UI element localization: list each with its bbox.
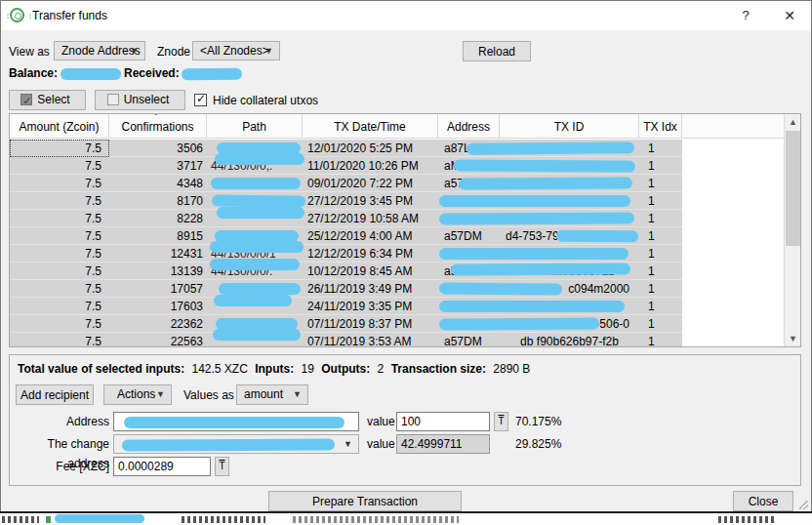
clipped-icon-mark [46,516,51,523]
close-button[interactable]: Close [733,491,793,511]
table-row[interactable]: 7.5 17057 26/11/2019 3:49 PM c094m2000 1 [10,280,682,298]
view-as-label: View as [9,42,50,61]
chevron-down-icon: ▼ [156,385,165,404]
znode-label: Znode [157,42,190,61]
change-percent: 29.825% [515,437,561,451]
checked-box-icon [20,94,32,105]
table-row[interactable]: 7.5 8170 27/12/2019 3:45 PM 1 [10,192,682,210]
redaction-scribble [214,295,292,306]
value-label: value [367,434,395,454]
col-date[interactable]: TX Date/Time [303,114,438,139]
redaction-scribble [451,262,630,275]
select-all-button[interactable]: Select All [9,90,86,110]
chevron-down-icon: ▼ [293,385,302,404]
scroll-down-icon[interactable]: ▼ [785,331,801,346]
table-body: 7.5 3506 12/01/2020 5:25 PM a87L 1 7.5 3… [10,140,785,347]
col-path[interactable]: Path [207,114,303,139]
fee-total-button[interactable]: T [215,457,229,476]
prepare-transaction-button[interactable]: Prepare Transaction [268,491,462,511]
redaction-scribble [213,329,301,341]
table-row[interactable]: 7.5 8915 25/12/2019 4:00 AM a57DM d4-753… [10,227,682,245]
redaction-scribble [467,141,634,155]
table-row[interactable]: 7.5 4348 09/01/2020 7:22 PM a57 1 [10,175,682,192]
redaction-scribble [439,283,562,296]
actions-menu-button[interactable]: Actions ▼ [103,384,172,405]
window-title: Transfer funds [32,9,107,22]
redaction-scribble [212,194,305,207]
table-row[interactable]: 7.5 17603 24/11/2019 3:35 PM 1 [10,298,682,315]
redaction-scribble [124,417,345,428]
redaction-scribble [454,159,635,172]
hide-collateral-label: Hide collateral utxos [213,91,318,110]
inputs-label: Inputs: [255,362,294,376]
redaction-scribble [215,153,304,165]
redaction-scribble [439,212,634,224]
znode-select[interactable]: <All Znodes> ▼ [192,41,280,61]
redaction-scribble [182,68,242,81]
change-address-select[interactable]: ▼ [113,434,359,454]
values-as-select[interactable]: amount ▼ [236,384,308,405]
close-window-button[interactable]: ✕ [775,5,804,26]
col-txid[interactable]: TX ID [500,114,639,139]
redaction-scribble [210,241,304,253]
change-value-input: 42.4999711 [396,434,490,454]
add-recipient-button[interactable]: Add recipient [16,384,94,405]
clipped-text-mark [2,516,39,523]
scrollbar-thumb[interactable] [786,131,800,246]
resize-grip[interactable] [798,500,808,509]
values-as-label: Values as [183,385,234,405]
help-button[interactable]: ? [731,5,760,26]
total-label: Total value of selected inputs: [18,362,184,376]
redaction-scribble [211,178,301,189]
reload-button[interactable]: Reload [463,41,531,61]
col-address[interactable]: Address [438,114,500,139]
table-row[interactable]: 7.5 12431 44/130/0/0/1 12/12/2019 6:34 P… [10,245,682,262]
redaction-scribble [61,68,121,80]
table-row[interactable]: 7.5 22362 07/11/2019 8:37 PM 741-506-0 1 [10,315,682,333]
unselect-all-button[interactable]: Unselect All [95,90,185,110]
table-row[interactable]: 7.5 13139 44/130/0/0/. 10/12/2019 8:45 A… [10,262,682,280]
recipient-value-input[interactable]: 100 [396,412,490,431]
value-label: value [367,412,395,431]
redaction-scribble [459,177,632,189]
use-total-button[interactable]: T [494,412,508,431]
table-row[interactable]: 7.5 8228 27/12/2019 10:58 AM 1 [10,210,682,227]
redaction-scribble [439,248,629,260]
col-amount[interactable]: Amount (Zcoin) [10,114,109,139]
redaction-scribble [219,283,301,295]
chevron-down-icon: ▼ [344,435,352,453]
view-as-select[interactable]: Znode Address ▼ [54,41,145,61]
clipped-text-mark [182,516,265,523]
unchecked-box-icon [107,94,119,105]
redaction-scribble [210,259,300,270]
utxo-table: Amount (Zcoin) Confirmations Path TX Dat… [9,113,801,347]
clipped-text-mark [293,516,459,523]
chevron-down-icon: ▼ [130,42,139,60]
recipient-address-input[interactable] [113,412,359,431]
outputs-value: 2 [378,362,385,376]
total-value: 142.5 XZC [191,362,247,376]
summary-line: Total value of selected inputs: 142.5 XZ… [18,362,534,376]
vertical-scrollbar[interactable]: ▲ ▼ [784,114,800,346]
redaction-scribble [556,230,638,243]
table-header: Amount (Zcoin) Confirmations Path TX Dat… [10,114,785,139]
background-window-sliver [0,513,812,525]
table-row[interactable]: 7.5 22563 07/11/2019 3:53 AM a57DM db f9… [10,333,682,347]
fee-input[interactable]: 0.0000289 [113,457,211,476]
zcoin-logo-icon [10,8,24,22]
inputs-value: 19 [302,362,314,376]
table-row[interactable]: 7.5 3717 44/130/0/0,. 11/01/2020 10:26 P… [10,157,682,175]
table-row[interactable]: 7.5 3506 12/01/2020 5:25 PM a87L 1 [10,140,682,157]
title-bar: Transfer funds ? ✕ [1,1,811,30]
balance-label: Balance: [9,63,58,83]
chevron-down-icon: ▼ [264,42,273,60]
redaction-scribble [439,195,630,207]
redaction-scribble [439,317,599,330]
transfer-funds-dialog: Transfer funds ? ✕ View as Znode Address… [0,0,812,525]
scroll-up-icon[interactable]: ▲ [785,114,801,130]
fee-label: Fee [XZC] [10,457,109,476]
hide-collateral-checkbox[interactable] [194,94,207,106]
address-label: Address [10,412,109,431]
col-txidx[interactable]: TX Idx [639,114,682,139]
redaction-scribble [439,301,625,312]
